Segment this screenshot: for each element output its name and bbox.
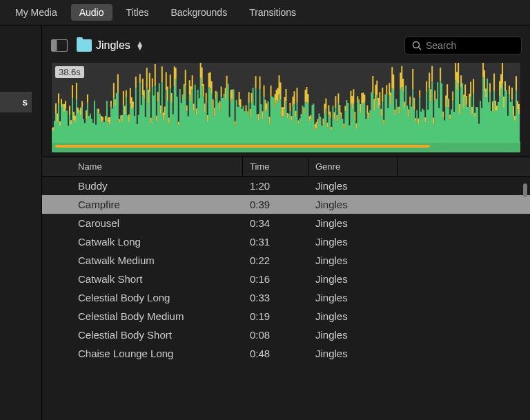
- tab-bar: My MediaAudioTitlesBackgroundsTransition…: [0, 0, 530, 26]
- cell-extra: [398, 257, 530, 264]
- cell-time: 0:48: [242, 344, 308, 363]
- scrollbar-thumb[interactable]: [523, 183, 527, 197]
- sidebar-item-label: s: [22, 97, 28, 108]
- waveform-progress-bar[interactable]: [55, 145, 430, 148]
- table-row[interactable]: Carousel0:34Jingles: [42, 214, 530, 232]
- table-row[interactable]: Buddy1:20Jingles: [42, 177, 530, 195]
- folder-label: Jingles: [96, 39, 130, 52]
- svg-line-3: [419, 48, 422, 50]
- cell-genre: Jingles: [308, 214, 398, 232]
- cell-time: 0:19: [242, 307, 308, 326]
- cell-name: Carousel: [42, 214, 242, 232]
- cell-genre: Jingles: [308, 307, 398, 326]
- tab-transitions[interactable]: Transitions: [241, 4, 304, 21]
- cell-extra: [398, 201, 530, 208]
- table-row[interactable]: Catwalk Medium0:22Jingles: [42, 251, 530, 270]
- column-header-extra[interactable]: [398, 157, 530, 176]
- cell-extra: [398, 332, 530, 339]
- cell-genre: Jingles: [308, 195, 398, 214]
- cell-time: 0:34: [242, 214, 308, 232]
- table-row[interactable]: Celestial Body Long0:33Jingles: [42, 288, 530, 307]
- cell-name: Campfire: [42, 195, 242, 214]
- cell-extra: [398, 220, 530, 227]
- tab-my-media[interactable]: My Media: [7, 4, 66, 21]
- svg-point-2: [413, 42, 420, 48]
- waveform-time-badge: 38.6s: [55, 66, 84, 78]
- cell-genre: Jingles: [308, 270, 398, 288]
- cell-extra: [398, 294, 530, 301]
- table-row[interactable]: Celestial Body Medium0:19Jingles: [42, 307, 530, 326]
- tab-titles[interactable]: Titles: [118, 4, 157, 21]
- waveform-preview[interactable]: 38.6s: [52, 63, 520, 152]
- table-row[interactable]: Campfire0:39Jingles: [42, 195, 530, 214]
- tab-backgrounds[interactable]: Backgrounds: [162, 4, 235, 21]
- cell-extra: [398, 350, 530, 357]
- cell-name: Catwalk Medium: [42, 251, 242, 270]
- cell-time: 0:31: [242, 232, 308, 251]
- search-placeholder: Search: [426, 40, 456, 51]
- svg-rect-1: [52, 40, 57, 52]
- chevron-up-down-icon: ▲▼: [136, 41, 144, 50]
- cell-extra: [398, 276, 530, 283]
- table-row[interactable]: Catwalk Long0:31Jingles: [42, 232, 530, 251]
- cell-name: Catwalk Long: [42, 232, 242, 251]
- search-icon: [412, 41, 422, 50]
- cell-genre: Jingles: [308, 251, 398, 270]
- cell-time: 1:20: [242, 177, 308, 195]
- table-header: Name Time Genre: [42, 157, 530, 177]
- cell-genre: Jingles: [308, 177, 398, 195]
- column-header-time[interactable]: Time: [242, 157, 308, 176]
- table-row[interactable]: Celestial Body Short0:08Jingles: [42, 326, 530, 344]
- table-row[interactable]: Catwalk Short0:16Jingles: [42, 270, 530, 288]
- column-header-name[interactable]: Name: [42, 157, 242, 176]
- sidebar-toggle-icon[interactable]: [50, 39, 68, 52]
- cell-time: 0:08: [242, 326, 308, 344]
- column-header-genre[interactable]: Genre: [308, 157, 398, 176]
- cell-name: Celestial Body Long: [42, 288, 242, 307]
- sidebar-item[interactable]: s: [0, 92, 32, 112]
- folder-icon: [77, 39, 92, 52]
- folder-picker[interactable]: Jingles ▲▼: [77, 39, 144, 52]
- table-row[interactable]: Chaise Lounge Long0:48Jingles: [42, 344, 530, 363]
- cell-genre: Jingles: [308, 288, 398, 307]
- waveform-graphic: [52, 63, 520, 152]
- cell-time: 0:33: [242, 288, 308, 307]
- audio-table: Name Time Genre Buddy1:20JinglesCampfire…: [42, 157, 530, 420]
- cell-time: 0:39: [242, 195, 308, 214]
- tab-audio[interactable]: Audio: [71, 4, 112, 21]
- cell-name: Celestial Body Medium: [42, 307, 242, 326]
- left-sidebar: s: [0, 26, 41, 420]
- cell-time: 0:16: [242, 270, 308, 288]
- search-input[interactable]: Search: [404, 37, 522, 54]
- cell-time: 0:22: [242, 251, 308, 270]
- cell-genre: Jingles: [308, 344, 398, 363]
- cell-name: Buddy: [42, 177, 242, 195]
- cell-name: Catwalk Short: [42, 270, 242, 288]
- cell-extra: [398, 313, 530, 320]
- cell-extra: [398, 239, 530, 246]
- cell-genre: Jingles: [308, 232, 398, 251]
- toolbar: Jingles ▲▼ Search: [42, 26, 530, 63]
- cell-name: Chaise Lounge Long: [42, 344, 242, 363]
- cell-name: Celestial Body Short: [42, 326, 242, 344]
- cell-extra: [398, 183, 530, 190]
- cell-genre: Jingles: [308, 326, 398, 344]
